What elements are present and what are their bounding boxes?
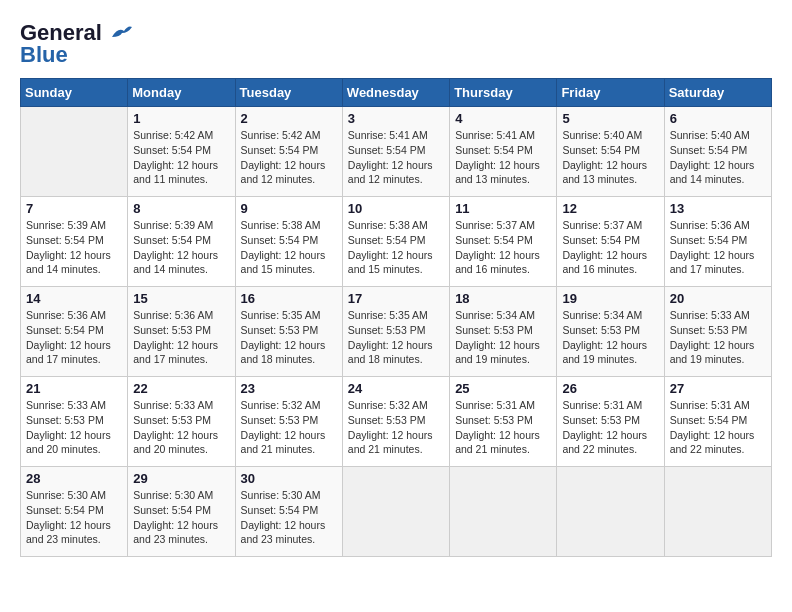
day-number: 2 (241, 111, 337, 126)
calendar-cell: 12Sunrise: 5:37 AMSunset: 5:54 PMDayligh… (557, 197, 664, 287)
calendar-cell: 15Sunrise: 5:36 AMSunset: 5:53 PMDayligh… (128, 287, 235, 377)
calendar-cell: 20Sunrise: 5:33 AMSunset: 5:53 PMDayligh… (664, 287, 771, 377)
day-number: 13 (670, 201, 766, 216)
calendar-cell: 13Sunrise: 5:36 AMSunset: 5:54 PMDayligh… (664, 197, 771, 287)
calendar-cell: 6Sunrise: 5:40 AMSunset: 5:54 PMDaylight… (664, 107, 771, 197)
calendar-header-wednesday: Wednesday (342, 79, 449, 107)
calendar-header-friday: Friday (557, 79, 664, 107)
calendar-cell: 28Sunrise: 5:30 AMSunset: 5:54 PMDayligh… (21, 467, 128, 557)
day-info: Sunrise: 5:35 AMSunset: 5:53 PMDaylight:… (348, 308, 444, 367)
calendar-cell: 26Sunrise: 5:31 AMSunset: 5:53 PMDayligh… (557, 377, 664, 467)
day-number: 28 (26, 471, 122, 486)
day-number: 26 (562, 381, 658, 396)
day-info: Sunrise: 5:34 AMSunset: 5:53 PMDaylight:… (562, 308, 658, 367)
day-number: 1 (133, 111, 229, 126)
day-number: 29 (133, 471, 229, 486)
calendar-cell: 21Sunrise: 5:33 AMSunset: 5:53 PMDayligh… (21, 377, 128, 467)
calendar-cell: 11Sunrise: 5:37 AMSunset: 5:54 PMDayligh… (450, 197, 557, 287)
day-number: 23 (241, 381, 337, 396)
day-number: 10 (348, 201, 444, 216)
logo-bird-icon (110, 23, 132, 45)
day-info: Sunrise: 5:42 AMSunset: 5:54 PMDaylight:… (241, 128, 337, 187)
day-info: Sunrise: 5:39 AMSunset: 5:54 PMDaylight:… (26, 218, 122, 277)
day-info: Sunrise: 5:40 AMSunset: 5:54 PMDaylight:… (562, 128, 658, 187)
logo: General Blue (20, 20, 132, 68)
calendar-cell (21, 107, 128, 197)
day-number: 30 (241, 471, 337, 486)
day-number: 18 (455, 291, 551, 306)
calendar-cell (342, 467, 449, 557)
calendar-cell: 23Sunrise: 5:32 AMSunset: 5:53 PMDayligh… (235, 377, 342, 467)
calendar-cell: 22Sunrise: 5:33 AMSunset: 5:53 PMDayligh… (128, 377, 235, 467)
calendar-week-row: 14Sunrise: 5:36 AMSunset: 5:54 PMDayligh… (21, 287, 772, 377)
day-number: 3 (348, 111, 444, 126)
day-info: Sunrise: 5:37 AMSunset: 5:54 PMDaylight:… (562, 218, 658, 277)
calendar-cell: 10Sunrise: 5:38 AMSunset: 5:54 PMDayligh… (342, 197, 449, 287)
day-number: 6 (670, 111, 766, 126)
day-number: 19 (562, 291, 658, 306)
day-number: 11 (455, 201, 551, 216)
calendar-cell: 8Sunrise: 5:39 AMSunset: 5:54 PMDaylight… (128, 197, 235, 287)
calendar-cell: 30Sunrise: 5:30 AMSunset: 5:54 PMDayligh… (235, 467, 342, 557)
page-header: General Blue (20, 20, 772, 68)
calendar-cell: 3Sunrise: 5:41 AMSunset: 5:54 PMDaylight… (342, 107, 449, 197)
day-info: Sunrise: 5:39 AMSunset: 5:54 PMDaylight:… (133, 218, 229, 277)
day-number: 8 (133, 201, 229, 216)
calendar-header-tuesday: Tuesday (235, 79, 342, 107)
calendar-table: SundayMondayTuesdayWednesdayThursdayFrid… (20, 78, 772, 557)
day-info: Sunrise: 5:33 AMSunset: 5:53 PMDaylight:… (670, 308, 766, 367)
day-info: Sunrise: 5:38 AMSunset: 5:54 PMDaylight:… (241, 218, 337, 277)
calendar-week-row: 1Sunrise: 5:42 AMSunset: 5:54 PMDaylight… (21, 107, 772, 197)
calendar-cell: 19Sunrise: 5:34 AMSunset: 5:53 PMDayligh… (557, 287, 664, 377)
day-info: Sunrise: 5:40 AMSunset: 5:54 PMDaylight:… (670, 128, 766, 187)
calendar-cell (557, 467, 664, 557)
day-info: Sunrise: 5:34 AMSunset: 5:53 PMDaylight:… (455, 308, 551, 367)
day-info: Sunrise: 5:30 AMSunset: 5:54 PMDaylight:… (26, 488, 122, 547)
calendar-cell: 2Sunrise: 5:42 AMSunset: 5:54 PMDaylight… (235, 107, 342, 197)
calendar-cell: 5Sunrise: 5:40 AMSunset: 5:54 PMDaylight… (557, 107, 664, 197)
day-number: 27 (670, 381, 766, 396)
calendar-cell (450, 467, 557, 557)
day-number: 9 (241, 201, 337, 216)
day-info: Sunrise: 5:32 AMSunset: 5:53 PMDaylight:… (241, 398, 337, 457)
day-info: Sunrise: 5:42 AMSunset: 5:54 PMDaylight:… (133, 128, 229, 187)
day-info: Sunrise: 5:36 AMSunset: 5:54 PMDaylight:… (670, 218, 766, 277)
day-info: Sunrise: 5:37 AMSunset: 5:54 PMDaylight:… (455, 218, 551, 277)
calendar-cell: 25Sunrise: 5:31 AMSunset: 5:53 PMDayligh… (450, 377, 557, 467)
calendar-header-monday: Monday (128, 79, 235, 107)
calendar-cell: 4Sunrise: 5:41 AMSunset: 5:54 PMDaylight… (450, 107, 557, 197)
calendar-cell: 24Sunrise: 5:32 AMSunset: 5:53 PMDayligh… (342, 377, 449, 467)
calendar-header-saturday: Saturday (664, 79, 771, 107)
day-number: 7 (26, 201, 122, 216)
day-number: 12 (562, 201, 658, 216)
day-number: 5 (562, 111, 658, 126)
calendar-cell: 29Sunrise: 5:30 AMSunset: 5:54 PMDayligh… (128, 467, 235, 557)
day-info: Sunrise: 5:36 AMSunset: 5:54 PMDaylight:… (26, 308, 122, 367)
day-info: Sunrise: 5:36 AMSunset: 5:53 PMDaylight:… (133, 308, 229, 367)
day-number: 15 (133, 291, 229, 306)
calendar-header-thursday: Thursday (450, 79, 557, 107)
calendar-cell: 17Sunrise: 5:35 AMSunset: 5:53 PMDayligh… (342, 287, 449, 377)
calendar-week-row: 21Sunrise: 5:33 AMSunset: 5:53 PMDayligh… (21, 377, 772, 467)
day-info: Sunrise: 5:31 AMSunset: 5:53 PMDaylight:… (455, 398, 551, 457)
day-number: 22 (133, 381, 229, 396)
calendar-cell: 9Sunrise: 5:38 AMSunset: 5:54 PMDaylight… (235, 197, 342, 287)
day-info: Sunrise: 5:30 AMSunset: 5:54 PMDaylight:… (241, 488, 337, 547)
day-info: Sunrise: 5:30 AMSunset: 5:54 PMDaylight:… (133, 488, 229, 547)
day-info: Sunrise: 5:31 AMSunset: 5:53 PMDaylight:… (562, 398, 658, 457)
day-info: Sunrise: 5:38 AMSunset: 5:54 PMDaylight:… (348, 218, 444, 277)
day-info: Sunrise: 5:33 AMSunset: 5:53 PMDaylight:… (26, 398, 122, 457)
day-number: 24 (348, 381, 444, 396)
day-info: Sunrise: 5:35 AMSunset: 5:53 PMDaylight:… (241, 308, 337, 367)
calendar-cell: 27Sunrise: 5:31 AMSunset: 5:54 PMDayligh… (664, 377, 771, 467)
calendar-cell: 14Sunrise: 5:36 AMSunset: 5:54 PMDayligh… (21, 287, 128, 377)
calendar-header-sunday: Sunday (21, 79, 128, 107)
calendar-header-row: SundayMondayTuesdayWednesdayThursdayFrid… (21, 79, 772, 107)
day-number: 14 (26, 291, 122, 306)
calendar-week-row: 7Sunrise: 5:39 AMSunset: 5:54 PMDaylight… (21, 197, 772, 287)
day-number: 4 (455, 111, 551, 126)
day-info: Sunrise: 5:41 AMSunset: 5:54 PMDaylight:… (348, 128, 444, 187)
calendar-week-row: 28Sunrise: 5:30 AMSunset: 5:54 PMDayligh… (21, 467, 772, 557)
day-number: 17 (348, 291, 444, 306)
day-info: Sunrise: 5:41 AMSunset: 5:54 PMDaylight:… (455, 128, 551, 187)
